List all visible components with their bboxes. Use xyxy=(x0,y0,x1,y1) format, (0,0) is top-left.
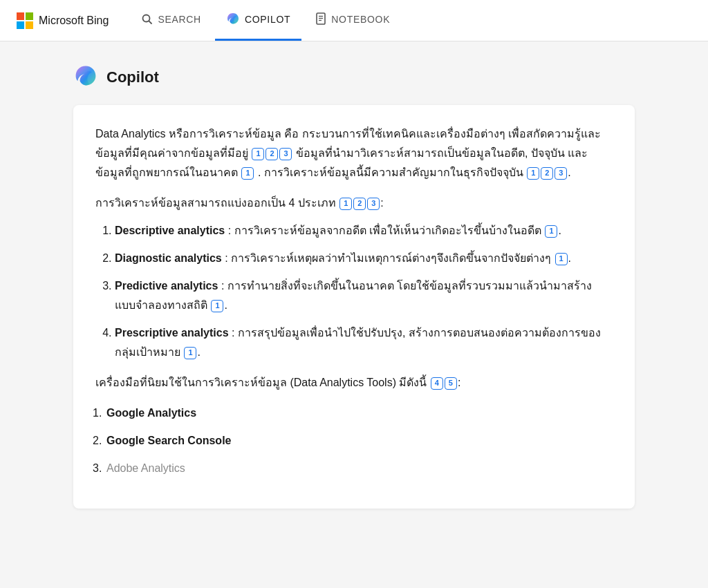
cite-2b[interactable]: 2 xyxy=(541,167,553,180)
section-title-text: การวิเคราะห์ข้อมูลสามารถแบ่งออกเป็น 4 ปร… xyxy=(95,197,336,209)
term-prescriptive: Prescriptive analytics xyxy=(115,327,229,339)
tool-item-google-search-console: Google Search Console xyxy=(106,431,613,451)
term-predictive: Predictive analytics xyxy=(115,280,218,292)
tab-notebook-label: NOTEBOOK xyxy=(331,14,390,25)
site-header: Microsoft Bing SEARCH xyxy=(0,0,708,41)
cite-2[interactable]: 2 xyxy=(266,148,278,160)
tool-item-google-analytics: Google Analytics xyxy=(106,404,613,423)
copilot-brand-header: Copilot xyxy=(73,64,635,91)
copilot-title: Copilot xyxy=(106,68,159,86)
tab-search-label: SEARCH xyxy=(158,14,201,25)
cite-t4[interactable]: 4 xyxy=(431,377,443,390)
notebook-icon xyxy=(315,12,326,27)
cite-3[interactable]: 3 xyxy=(279,148,292,160)
tab-copilot-label: COPILOT xyxy=(245,14,290,25)
tool-google-search-console: Google Search Console xyxy=(106,435,231,446)
tools-list: Google Analytics Google Search Console A… xyxy=(95,404,613,478)
tab-copilot[interactable]: COPILOT xyxy=(215,0,301,41)
answer-content: Data Analytics หรือการวิเคราะห์ข้อมูล คื… xyxy=(73,105,635,509)
intro3-text: . การวิเคราะห์ข้อมูลนี้มีความสำคัญมากในธ… xyxy=(258,167,523,178)
list-item-descriptive: Descriptive analytics : การวิเคราะห์ข้อม… xyxy=(115,221,613,240)
tool-adobe-analytics: Adobe Analytics xyxy=(106,462,185,474)
microsoft-bing-logo[interactable]: Microsoft Bing xyxy=(17,12,109,29)
cite-s3[interactable]: 3 xyxy=(367,198,380,210)
list-item-prescriptive: Prescriptive analytics : การสรุปข้อมูลเพ… xyxy=(115,323,613,362)
tool-google-analytics: Google Analytics xyxy=(106,407,196,419)
list-item-predictive: Predictive analytics : การทำนายสิ่งที่จะ… xyxy=(115,276,613,315)
main-content: Copilot Data Analytics หรือการวิเคราะห์ข… xyxy=(57,64,651,509)
main-nav: SEARCH COPILOT xyxy=(131,0,401,41)
desc-descriptive: : การวิเคราะห์ข้อมูลจากอดีต เพื่อให้เห็น… xyxy=(228,225,541,236)
tools-intro-paragraph: เครื่องมือที่นิยมใช้ในการวิเคราะห์ข้อมูล… xyxy=(95,373,613,392)
tab-search[interactable]: SEARCH xyxy=(131,0,212,41)
section-title-paragraph: การวิเคราะห์ข้อมูลสามารถแบ่งออกเป็น 4 ปร… xyxy=(95,193,613,213)
tool-item-adobe-analytics: Adobe Analytics xyxy=(106,459,613,478)
cite-pred1[interactable]: 1 xyxy=(211,300,223,312)
tools-intro-text: เครื่องมือที่นิยมใช้ในการวิเคราะห์ข้อมูล… xyxy=(95,377,427,388)
list-item-diagnostic: Diagnostic analytics : การวิเคราะห์เหตุผ… xyxy=(115,249,613,268)
cite-1b[interactable]: 1 xyxy=(241,167,254,180)
cite-s2[interactable]: 2 xyxy=(353,198,366,210)
cite-t5[interactable]: 5 xyxy=(445,377,457,390)
term-diagnostic: Diagnostic analytics xyxy=(115,252,222,264)
term-descriptive: Descriptive analytics xyxy=(115,225,225,236)
search-icon xyxy=(142,14,153,25)
cite-desc1[interactable]: 1 xyxy=(545,225,557,238)
analytics-types-list: Descriptive analytics : การวิเคราะห์ข้อม… xyxy=(95,221,613,362)
copilot-nav-icon xyxy=(226,12,240,28)
cite-3b[interactable]: 3 xyxy=(555,167,567,180)
cite-1[interactable]: 1 xyxy=(252,148,264,160)
desc-diagnostic: : การวิเคราะห์เหตุผลว่าทำไมเหตุการณ์ต่าง… xyxy=(225,252,551,264)
cite-1c[interactable]: 1 xyxy=(527,167,539,180)
intro-paragraph: Data Analytics หรือการวิเคราะห์ข้อมูล คื… xyxy=(95,124,613,182)
tab-notebook[interactable]: NOTEBOOK xyxy=(304,0,401,41)
cite-pres1[interactable]: 1 xyxy=(184,347,196,359)
svg-line-1 xyxy=(149,21,152,23)
ms-grid-icon xyxy=(17,12,33,29)
copilot-brand-icon xyxy=(73,64,98,91)
logo-text: Microsoft Bing xyxy=(39,15,109,27)
cite-s1[interactable]: 1 xyxy=(339,198,352,210)
cite-diag1[interactable]: 1 xyxy=(555,253,568,265)
